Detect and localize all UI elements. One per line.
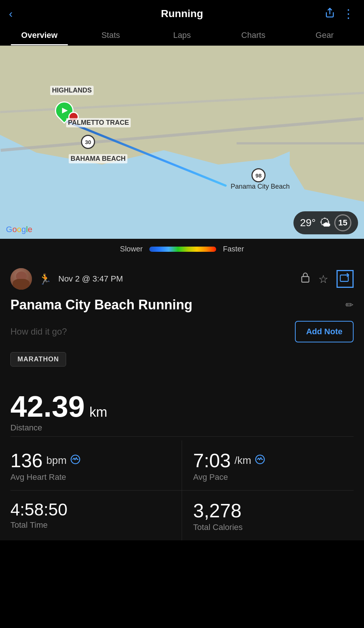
page-title: Running: [161, 8, 203, 20]
temperature-display: 29°: [300, 217, 316, 229]
lock-icon[interactable]: [300, 272, 310, 286]
heart-rate-value: 136: [10, 451, 43, 470]
map-label-panama: Panama City Beach: [231, 182, 290, 191]
heart-rate-unit: bpm: [46, 455, 66, 466]
distance-label: Distance: [10, 423, 354, 433]
map-label-palmetto: PALMETTO TRACE: [66, 118, 131, 127]
svg-rect-2: [340, 275, 348, 281]
map-label-highlands: HIGHLANDS: [50, 86, 94, 95]
calories-value-row: 3,278: [193, 501, 354, 520]
star-icon[interactable]: ☆: [318, 273, 328, 286]
distance-value-row: 42.39 km: [10, 392, 354, 422]
weather-badge: 29° 🌤 15: [293, 211, 358, 234]
highway-98-badge: 98: [251, 168, 266, 182]
stats-section: 42.39 km Distance 136 bpm Avg Heart Rate: [0, 384, 364, 540]
activity-date: Nov 2 @ 3:47 PM: [58, 274, 294, 284]
tab-charts[interactable]: Charts: [218, 25, 289, 45]
map-road-98: [237, 142, 364, 144]
add-note-button[interactable]: Add Note: [295, 321, 354, 342]
more-button[interactable]: ⋮: [342, 7, 355, 21]
pace-unit: /km: [234, 455, 251, 466]
weather-icon: 🌤: [319, 217, 331, 229]
highway-30-badge: 30: [81, 135, 95, 149]
stat-total-time: 4:58:50 Total Time: [10, 491, 182, 540]
pace-value-row: 7:03 /km: [193, 451, 354, 470]
header-left: ‹: [9, 7, 13, 20]
heart-rate-value-row: 136 bpm: [10, 451, 170, 470]
svg-rect-1: [302, 276, 309, 282]
back-button[interactable]: ‹: [9, 7, 13, 20]
share-button[interactable]: [325, 7, 335, 20]
faster-label: Faster: [223, 245, 244, 253]
run-icon: 🏃: [39, 273, 52, 285]
calories-label: Total Calories: [193, 523, 354, 532]
speed-gradient: [149, 247, 216, 252]
time-value: 4:58:50: [10, 501, 67, 518]
slower-label: Slower: [120, 245, 143, 253]
map-container[interactable]: ▶ HIGHLANDS PALMETTO TRACE BAHAMA BEACH …: [0, 46, 364, 239]
tab-gear[interactable]: Gear: [289, 25, 360, 45]
stat-total-calories: 3,278 Total Calories: [182, 491, 354, 540]
map-land-peninsula: [290, 120, 364, 202]
meta-actions: ☆: [300, 270, 354, 288]
pace-icon: [255, 454, 265, 467]
note-placeholder: How did it go?: [10, 326, 67, 337]
header: ‹ Running ⋮: [0, 0, 364, 25]
activity-tag[interactable]: MARATHON: [10, 352, 66, 367]
heart-rate-icon: [70, 454, 81, 467]
activity-title: Panama City Beach Running: [10, 297, 192, 313]
google-logo: Google: [6, 225, 32, 234]
activity-section: 🏃 Nov 2 @ 3:47 PM ☆ Panama City Beach Ru…: [0, 259, 364, 384]
avatar-image: [10, 268, 32, 290]
stats-grid: 136 bpm Avg Heart Rate 7:03 /km: [10, 440, 354, 540]
activity-meta: 🏃 Nov 2 @ 3:47 PM ☆: [10, 268, 354, 290]
map-background: ▶ HIGHLANDS PALMETTO TRACE BAHAMA BEACH …: [0, 46, 364, 239]
avatar: [10, 268, 32, 290]
calories-value: 3,278: [193, 501, 241, 520]
stat-heart-rate: 136 bpm Avg Heart Rate: [10, 440, 182, 491]
heart-rate-label: Avg Heart Rate: [10, 472, 170, 482]
add-photo-icon[interactable]: [337, 270, 354, 288]
stat-pace: 7:03 /km Avg Pace: [182, 440, 354, 491]
speed-legend: Slower Faster: [0, 239, 364, 259]
distance-value: 42.39: [10, 390, 85, 423]
header-right: ⋮: [325, 7, 355, 21]
edit-button[interactable]: ✏: [345, 299, 354, 311]
time-label: Total Time: [10, 520, 170, 530]
distance-row: 42.39 km Distance: [10, 384, 354, 437]
tab-laps[interactable]: Laps: [146, 25, 218, 45]
add-note-row: How did it go? Add Note: [10, 321, 354, 342]
pace-value: 7:03: [193, 451, 231, 470]
time-value-row: 4:58:50: [10, 501, 170, 518]
tab-stats[interactable]: Stats: [75, 25, 146, 45]
tab-overview[interactable]: Overview: [4, 25, 75, 45]
activity-title-row: Panama City Beach Running ✏: [10, 297, 354, 313]
map-label-bahama: BAHAMA BEACH: [69, 154, 127, 163]
distance-unit: km: [90, 404, 107, 420]
pace-label: Avg Pace: [193, 472, 354, 482]
nav-tabs: Overview Stats Laps Charts Gear: [0, 25, 364, 46]
wind-speed-display: 15: [334, 214, 351, 231]
